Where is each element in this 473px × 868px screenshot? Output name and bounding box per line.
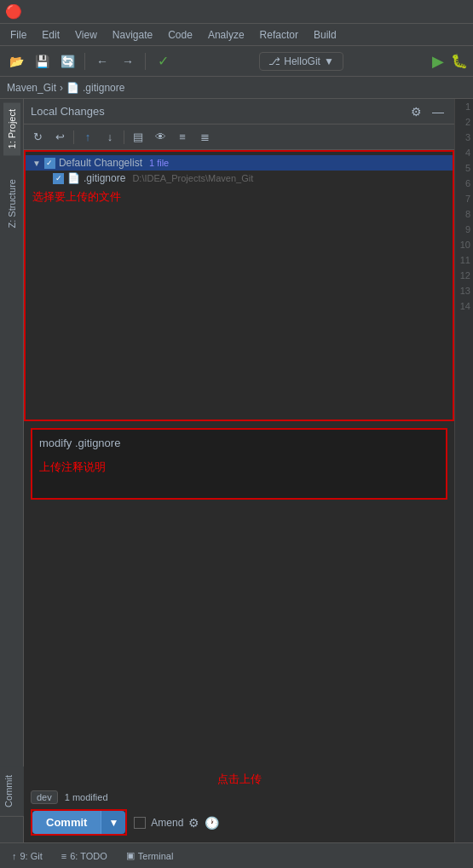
refresh-button[interactable]: ↻ (27, 127, 48, 148)
line-6: 6 (465, 176, 470, 191)
amend-row: Amend ⚙ 🕐 (134, 816, 219, 830)
commit-history-icon[interactable]: 🕐 (205, 816, 219, 830)
panel-toolbar-sep-2 (124, 130, 124, 144)
tab-todo[interactable]: ≡ 6: TODO (53, 848, 116, 865)
commit-annotation: 上传注释说明 (39, 460, 439, 475)
line-5: 5 (465, 160, 470, 176)
line-numbers-panel: 1 2 3 4 5 6 7 8 9 10 11 12 13 14 (454, 99, 473, 842)
line-2: 2 (465, 114, 470, 130)
line-10: 10 (460, 237, 470, 252)
menu-file[interactable]: File (3, 27, 33, 43)
branch-selector[interactable]: ⎇ HelloGit ▼ (259, 52, 343, 71)
commit-button-row: Commit ▼ Amend ⚙ 🕐 (31, 806, 447, 839)
branch-name: HelloGit (284, 55, 320, 67)
menu-edit[interactable]: Edit (35, 27, 66, 43)
commit-settings-icon[interactable]: ⚙ (188, 816, 199, 830)
commit-message-text: modify .gitignore (39, 437, 439, 449)
sidebar-item-structure[interactable]: Z: Structure (3, 172, 20, 234)
sidebar-item-commit[interactable]: Commit (0, 767, 24, 817)
file-tree: ▼ ✓ Default Changelist 1 file ✓ 📄 .gitig… (24, 150, 454, 421)
git-icon[interactable]: ✓ (152, 50, 174, 72)
title-bar: 🔴 (0, 0, 473, 24)
panel-header: Local Changes ⚙ — (24, 99, 454, 124)
changelist-label: Default Changelist (59, 157, 142, 169)
tab-terminal[interactable]: ▣ Terminal (118, 847, 182, 865)
menu-analyze[interactable]: Analyze (201, 27, 251, 43)
branch-icon: ⎇ (268, 55, 280, 67)
panel-toolbar: ↻ ↩ ↑ ↓ ▤ 👁 ≡ ≣ (24, 124, 454, 150)
move-up-button[interactable]: ↑ (78, 127, 98, 148)
line-7: 7 (465, 191, 470, 206)
changelist-row[interactable]: ▼ ✓ Default Changelist 1 file (26, 155, 453, 171)
branch-tag: dev (31, 790, 58, 804)
panel-settings-button[interactable]: ⚙ (407, 102, 425, 121)
panel-toolbar-sep-1 (73, 130, 74, 144)
click-upload-annotation: 点击上传 (31, 770, 447, 789)
toolbar-separator (84, 53, 85, 70)
file-name: .gitignore (84, 172, 125, 184)
back-button[interactable]: ← (91, 50, 113, 72)
changelist-arrow: ▼ (32, 159, 41, 168)
file-path: D:\IDEA_Projects\Maven_Git (132, 173, 253, 183)
menu-code[interactable]: Code (161, 27, 199, 43)
line-11: 11 (460, 252, 470, 268)
open-folder-button[interactable]: 📂 (5, 50, 27, 72)
menu-build[interactable]: Build (307, 27, 343, 43)
menu-navigate[interactable]: Navigate (106, 27, 159, 43)
bottom-action-area: 点击上传 dev 1 modified Commit ▼ Amend ⚙ 🕐 (24, 767, 454, 842)
forward-button[interactable]: → (117, 50, 139, 72)
terminal-tab-icon: ▣ (126, 850, 135, 861)
sidebar-item-project[interactable]: 1: Project (3, 102, 20, 155)
line-14: 14 (460, 298, 470, 314)
file-checkbox[interactable]: ✓ (53, 173, 64, 184)
git-tab-icon: ↑ (12, 851, 17, 861)
line-12: 12 (460, 268, 470, 283)
eye-button[interactable]: 👁 (150, 127, 170, 148)
line-8: 8 (465, 206, 470, 222)
breadcrumb-project[interactable]: Maven_Git (7, 82, 56, 94)
run-button[interactable]: ▶ (432, 52, 444, 71)
commit-message-container: modify .gitignore 上传注释说明 (31, 428, 447, 500)
rollback-button[interactable]: ↩ (49, 127, 70, 148)
todo-tab-icon: ≡ (61, 851, 66, 861)
commit-message-area[interactable]: modify .gitignore 上传注释说明 (32, 430, 446, 498)
bottom-tabs: ↑ 9: Git ≡ 6: TODO ▣ Terminal (0, 842, 473, 868)
move-down-button[interactable]: ↓ (100, 127, 120, 148)
git-tab-label: 9: Git (20, 851, 43, 861)
save-button[interactable]: 💾 (31, 50, 53, 72)
terminal-tab-label: Terminal (138, 851, 174, 861)
line-9: 9 (465, 222, 470, 237)
menu-view[interactable]: View (68, 27, 104, 43)
line-3: 3 (465, 130, 470, 145)
expand-button[interactable]: ≣ (194, 127, 215, 148)
line-13: 13 (460, 283, 470, 298)
breadcrumb-file-icon: 📄 (66, 82, 79, 94)
left-side-tabs: 1: Project Z: Structure Commit (0, 99, 24, 842)
file-icon: 📄 (67, 172, 80, 184)
debug-button[interactable]: 🐛 (451, 53, 468, 69)
breadcrumb-separator: › (60, 82, 63, 94)
line-4: 4 (465, 145, 470, 160)
sync-button[interactable]: 🔄 (56, 50, 78, 72)
file-row[interactable]: ✓ 📄 .gitignore D:\IDEA_Projects\Maven_Gi… (26, 171, 453, 186)
commit-panel: Local Changes ⚙ — ↻ ↩ ↑ ↓ ▤ 👁 ≡ ≣ ▼ ✓ (24, 99, 454, 842)
toolbar: 📂 💾 🔄 ← → ✓ ⎇ HelloGit ▼ ▶ 🐛 (0, 46, 473, 77)
changelist-checkbox[interactable]: ✓ (44, 158, 55, 169)
panel-title: Local Changes (31, 105, 105, 118)
tab-git[interactable]: ↑ 9: Git (3, 848, 51, 865)
group-button[interactable]: ▤ (128, 127, 148, 148)
line-1: 1 (465, 99, 470, 114)
menu-refactor[interactable]: Refactor (253, 27, 305, 43)
modified-status: 1 modified (65, 792, 108, 802)
breadcrumb-file[interactable]: .gitignore (83, 82, 124, 94)
changelist-count: 1 file (149, 158, 169, 168)
commit-arrow-button[interactable]: ▼ (101, 811, 125, 834)
amend-checkbox[interactable] (134, 817, 146, 829)
menu-bar: File Edit View Navigate Code Analyze Ref… (0, 24, 473, 46)
branch-dropdown-icon: ▼ (324, 55, 334, 67)
select-files-annotation: 选择要上传的文件 (26, 186, 453, 208)
panel-minimize-button[interactable]: — (429, 102, 447, 121)
sort-button[interactable]: ≡ (172, 127, 193, 148)
commit-main-button[interactable]: Commit (32, 811, 101, 834)
toolbar-separator-2 (145, 53, 146, 70)
